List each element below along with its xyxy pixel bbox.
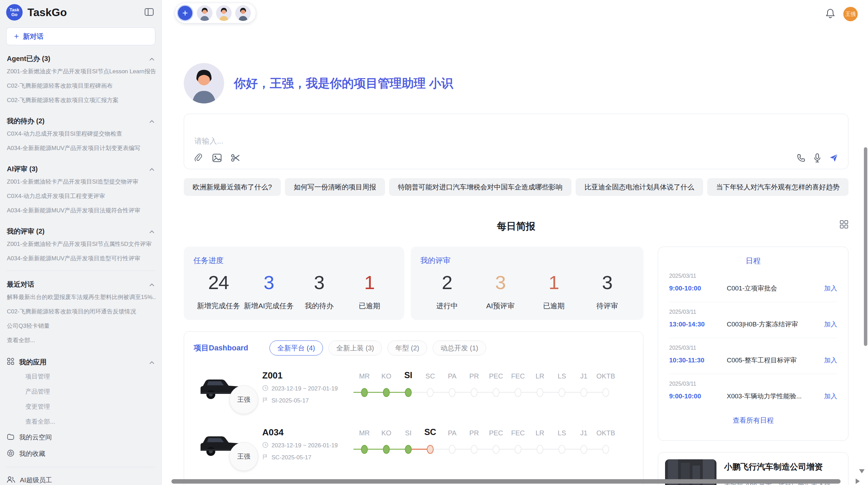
dashboard-header: 项目Dashboard 全新平台 (4)全新上装 (3)年型 (2)动总开发 (… xyxy=(194,340,634,356)
horizontal-scrollbar[interactable] xyxy=(171,479,841,484)
project-info: A0342023-12-19 ~ 2026-01-19SC-2025-05-17 xyxy=(262,427,341,462)
sidebar-section-header[interactable]: Agent已办 (3) xyxy=(5,53,156,64)
sidebar-item[interactable]: A034-全新新能源MUV产品开发项目计划变更表编写 xyxy=(5,141,156,156)
image-icon[interactable] xyxy=(212,153,222,162)
milestone-dot xyxy=(602,445,609,454)
milestone-timeline: MRKOSISCPAPRPECFECLRLSJ1OKTB xyxy=(353,370,617,405)
scroll-down-arrow[interactable] xyxy=(859,469,865,473)
sidebar-item[interactable]: C02-飞腾新能源轻客改款项目立项汇报方案 xyxy=(5,93,156,108)
chat-input-card xyxy=(184,114,848,169)
send-icon[interactable] xyxy=(829,153,839,163)
suggestion-chip[interactable]: 欧洲新规最近颁布了什么? xyxy=(184,178,281,196)
milestone-dot xyxy=(449,445,456,454)
milestone-dot xyxy=(405,445,412,454)
milestone-label: FEC xyxy=(507,372,529,380)
recent-chat-item[interactable]: 解释最新出台的欧盟报废车法规再生塑料比例被调至15%... xyxy=(5,290,156,304)
stat-card-title: 我的评审 xyxy=(420,256,634,266)
dashboard-tab[interactable]: 全新上装 (3) xyxy=(328,340,382,356)
milestone-label: MR xyxy=(353,429,375,437)
dashboard-tab[interactable]: 全新平台 (4) xyxy=(269,340,323,356)
my-apps-item[interactable]: 查看全部... xyxy=(5,414,156,429)
view-all-schedule-link[interactable]: 查看所有日程 xyxy=(669,416,837,425)
user-avatar[interactable]: 王强 xyxy=(843,7,858,21)
schedule-time: 9:00-10:00 xyxy=(669,285,727,292)
recent-chats-header[interactable]: 最近对话 xyxy=(5,278,156,290)
milestone-PR: PR xyxy=(463,370,485,405)
schedule-event-name: X003-车辆动力学性能验... xyxy=(727,392,824,401)
add-member-button[interactable]: + xyxy=(177,5,193,21)
milestone-label: OKTB xyxy=(595,429,617,437)
suggestion-chip[interactable]: 如何写一份清晰的项目周报 xyxy=(285,178,385,196)
sidebar-item[interactable]: A034-全新新能源MUV产品开发项目法规符合性评审 xyxy=(5,203,156,218)
chat-input[interactable] xyxy=(184,114,848,151)
milestone-label: J1 xyxy=(573,372,595,380)
sidebar-item[interactable]: A034-全新新能源MUV产品开发项目造型可行性评审 xyxy=(5,251,156,266)
sidebar-item-我的收藏[interactable]: 我的收藏 xyxy=(5,446,156,462)
recent-chat-item[interactable]: 查看全部... xyxy=(5,333,156,348)
milestone-label: PEC xyxy=(485,372,507,380)
suggestion-chip[interactable]: 当下年轻人对汽车外观有怎样的喜好趋势 xyxy=(707,178,848,196)
milestone-PA: PA xyxy=(441,370,463,405)
join-meeting-link[interactable]: 加入 xyxy=(824,284,837,293)
my-apps-header[interactable]: 我的应用 xyxy=(5,355,156,369)
milestone-PA: PA xyxy=(441,427,463,461)
star-badge-icon xyxy=(7,449,14,459)
dashboard-tab[interactable]: 动总开发 (1) xyxy=(433,340,486,356)
milestone-dot xyxy=(515,388,521,397)
milestone-label: SI xyxy=(397,370,419,380)
sidebar-item[interactable]: Z001-全新燃油皮卡产品开发项目SI节点Lesson Learn报告 xyxy=(5,64,156,79)
mic-icon[interactable] xyxy=(813,153,821,163)
milestone-label: LR xyxy=(529,372,551,380)
suggestion-chip[interactable]: 比亚迪全固态电池计划具体说了什么 xyxy=(576,178,703,196)
member-avatar[interactable] xyxy=(216,5,232,21)
sidebar-tool-AI超级员工[interactable]: AI超级员工 xyxy=(5,472,156,485)
join-meeting-link[interactable]: 加入 xyxy=(824,392,837,401)
schedule-entry: 2025/03/1113:00-14:30C003|H0B-方案冻结评审加入 xyxy=(669,302,837,338)
input-toolbar-left xyxy=(194,153,240,163)
join-meeting-link[interactable]: 加入 xyxy=(824,320,837,329)
project-flag-milestone: SC-2025-05-17 xyxy=(262,454,341,462)
grid-icon[interactable] xyxy=(840,220,848,230)
recent-chat-item[interactable]: 公司Q3轻卡销量 xyxy=(5,319,156,333)
vertical-scrollbar[interactable] xyxy=(864,147,867,346)
member-avatar[interactable] xyxy=(235,5,251,21)
plus-icon: + xyxy=(14,32,19,40)
sidebar-section-header[interactable]: AI评审 (3) xyxy=(5,163,156,175)
sidebar-section-header[interactable]: 我的评审 (2) xyxy=(5,225,156,237)
scroll-right-arrow[interactable] xyxy=(856,478,860,484)
sidebar-item[interactable]: C0X4-动力总成开发项目工程变更评审 xyxy=(5,189,156,203)
scissors-icon[interactable] xyxy=(231,153,240,162)
top-bar: + 王强 xyxy=(162,0,868,23)
schedule-card: 日程 2025/03/119:00-10:00C001-立项审批会加入2025/… xyxy=(658,247,848,441)
daily-briefing-title: 每日简报 xyxy=(497,221,535,232)
my-apps-item[interactable]: 变更管理 xyxy=(5,399,156,414)
milestone-dot xyxy=(383,388,390,397)
milestone-dot xyxy=(537,388,543,397)
milestone-label: KO xyxy=(375,372,397,380)
sidebar-item[interactable]: C02-飞腾新能源轻客改款项目里程碑画布 xyxy=(5,79,156,93)
sidebar-collapse-icon[interactable] xyxy=(144,8,154,18)
join-meeting-link[interactable]: 加入 xyxy=(824,356,837,365)
sidebar-section-header[interactable]: 我的待办 (2) xyxy=(5,115,156,127)
recent-chat-item[interactable]: C02-飞腾新能源轻客改款项目的闭环通告反馈情况 xyxy=(5,304,156,319)
my-apps-item[interactable]: 产品管理 xyxy=(5,384,156,399)
sidebar-logo-row: Task Go TaskGo xyxy=(5,0,156,21)
main-area: + 王强 你好，王强，我是你的项目管理助理 小识 xyxy=(162,0,868,485)
my-apps-item[interactable]: 项目管理 xyxy=(5,369,156,384)
new-chat-button[interactable]: + 新对话 xyxy=(6,27,155,45)
dashboard-tab[interactable]: 年型 (2) xyxy=(387,340,427,356)
divider xyxy=(6,467,155,467)
bell-icon[interactable] xyxy=(825,8,835,20)
sidebar-item[interactable]: Z001-全新燃油轻卡产品开发项目SI节点属性5D文件评审 xyxy=(5,237,156,251)
member-avatar[interactable] xyxy=(197,5,213,21)
schedule-date: 2025/03/11 xyxy=(669,273,837,279)
paperclip-icon[interactable] xyxy=(194,153,203,163)
sidebar-item[interactable]: Z001-全新燃油轻卡产品开发项目SI造型提交物评审 xyxy=(5,175,156,189)
stat-metric: 2进行中 xyxy=(420,271,474,311)
chevron-up-icon xyxy=(149,281,155,288)
sidebar-item-我的云空间[interactable]: 我的云空间 xyxy=(5,429,156,446)
sidebar-item[interactable]: C0X4-动力总成开发项目SI里程碑提交物检查 xyxy=(5,127,156,141)
phone-icon[interactable] xyxy=(797,153,806,162)
milestone-dot xyxy=(493,445,499,454)
suggestion-chip[interactable]: 特朗普可能对进口汽车增税会对中国车企造成哪些影响 xyxy=(389,178,571,196)
